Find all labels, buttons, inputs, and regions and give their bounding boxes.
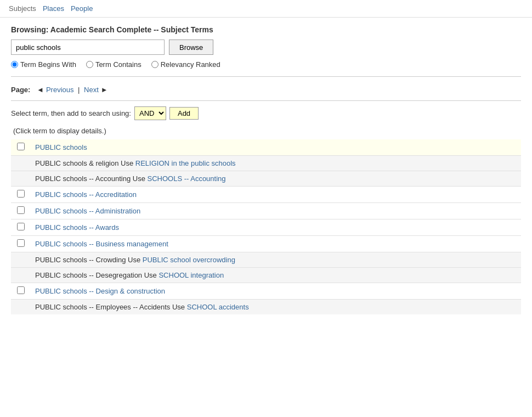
term-checkbox[interactable] <box>17 223 25 230</box>
radio-relevancy-ranked[interactable]: Relevancy Ranked <box>151 60 220 69</box>
select-row: Select term, then add to search using: A… <box>11 106 521 120</box>
top-navigation: Subjects Places People <box>0 0 532 18</box>
main-content: Browsing: Academic Search Complete -- Su… <box>0 18 532 322</box>
term-cell: PUBLIC schools <box>31 139 521 156</box>
empty-checkbox-cell <box>11 171 31 187</box>
subjects-label: Subjects <box>9 4 36 13</box>
checkbox-cell <box>11 283 31 300</box>
term-checkbox[interactable] <box>17 239 25 247</box>
use-term-cell: PUBLIC schools & religion Use RELIGION i… <box>31 156 521 171</box>
checkbox-cell <box>11 219 31 236</box>
use-term-text: PUBLIC schools -- Employees -- Accidents <box>35 303 172 311</box>
select-label: Select term, then add to search using: <box>11 109 131 117</box>
use-term-text: PUBLIC schools -- Accounting <box>35 174 133 183</box>
term-cell: PUBLIC schools -- Accreditation <box>31 187 521 203</box>
use-term-cell: PUBLIC schools -- Accounting Use SCHOOLS… <box>31 171 521 187</box>
radio-options: Term Begins With Term Contains Relevancy… <box>11 60 521 69</box>
and-select-wrapper[interactable]: AND OR NOT <box>134 106 166 120</box>
term-cell: PUBLIC schools -- Administration <box>31 203 521 219</box>
term-checkbox[interactable] <box>17 190 25 198</box>
term-cell: PUBLIC schools -- Business management <box>31 236 521 252</box>
checkbox-cell <box>11 236 31 252</box>
use-term-cell: PUBLIC schools -- Crowding Use PUBLIC sc… <box>31 252 521 268</box>
page-nav: Page: ◄ Previous | Next ► <box>11 81 521 98</box>
browse-title: Browsing: Academic Search Complete -- Su… <box>11 25 521 34</box>
browse-button[interactable]: Browse <box>169 40 213 55</box>
empty-checkbox-cell <box>11 268 31 283</box>
use-link[interactable]: SCHOOLS -- Accounting <box>147 174 225 183</box>
add-button[interactable]: Add <box>169 107 199 120</box>
search-row: Browse <box>11 40 521 55</box>
previous-link[interactable]: Previous <box>46 86 74 94</box>
checkbox-cell <box>11 187 31 203</box>
prev-arrow: ◄ <box>37 86 44 94</box>
next-link[interactable]: Next <box>84 86 99 94</box>
term-table: PUBLIC schoolsPUBLIC schools & religion … <box>11 139 521 314</box>
radio-term-contains[interactable]: Term Contains <box>86 60 142 69</box>
term-cell: PUBLIC schools -- Awards <box>31 219 521 236</box>
term-link[interactable]: PUBLIC schools -- Administration <box>35 207 140 215</box>
term-checkbox[interactable] <box>17 286 25 294</box>
people-link[interactable]: People <box>71 4 93 13</box>
term-cell: PUBLIC schools -- Design & construction <box>31 283 521 300</box>
term-checkbox[interactable] <box>17 206 25 214</box>
divider-1 <box>11 76 521 77</box>
use-link[interactable]: SCHOOL integration <box>159 271 224 279</box>
use-link[interactable]: SCHOOL accidents <box>187 303 249 311</box>
use-keyword: Use <box>128 256 143 264</box>
empty-checkbox-cell <box>11 300 31 315</box>
term-link[interactable]: PUBLIC schools <box>35 143 87 151</box>
click-hint: (Click term to display details.) <box>11 127 521 135</box>
use-term-cell: PUBLIC schools -- Desegregation Use SCHO… <box>31 268 521 283</box>
divider-2 <box>11 100 521 101</box>
next-arrow: ► <box>101 86 108 94</box>
empty-checkbox-cell <box>11 156 31 171</box>
use-keyword: Use <box>144 271 159 279</box>
term-link[interactable]: PUBLIC schools -- Business management <box>35 240 168 248</box>
use-term-text: PUBLIC schools -- Desegregation <box>35 271 144 279</box>
term-link[interactable]: PUBLIC schools -- Design & construction <box>35 287 165 295</box>
term-link[interactable]: PUBLIC schools -- Awards <box>35 223 119 232</box>
term-checkbox[interactable] <box>17 143 25 150</box>
use-link[interactable]: PUBLIC school overcrowding <box>143 256 235 264</box>
use-term-text: PUBLIC schools -- Crowding <box>35 256 128 264</box>
boolean-select[interactable]: AND OR NOT <box>135 107 166 120</box>
places-link[interactable]: Places <box>43 4 64 13</box>
checkbox-cell <box>11 139 31 156</box>
term-link[interactable]: PUBLIC schools -- Accreditation <box>35 190 137 199</box>
use-term-cell: PUBLIC schools -- Employees -- Accidents… <box>31 300 521 315</box>
empty-checkbox-cell <box>11 252 31 268</box>
checkbox-cell <box>11 203 31 219</box>
use-link[interactable]: RELIGION in the public schools <box>135 159 236 167</box>
search-input[interactable] <box>11 40 165 55</box>
use-keyword: Use <box>172 303 187 311</box>
use-keyword: Use <box>133 174 148 183</box>
use-keyword: Use <box>121 159 135 167</box>
radio-term-begins-with[interactable]: Term Begins With <box>11 60 76 69</box>
use-term-text: PUBLIC schools & religion <box>35 159 121 167</box>
page-label: Page: <box>11 86 30 94</box>
